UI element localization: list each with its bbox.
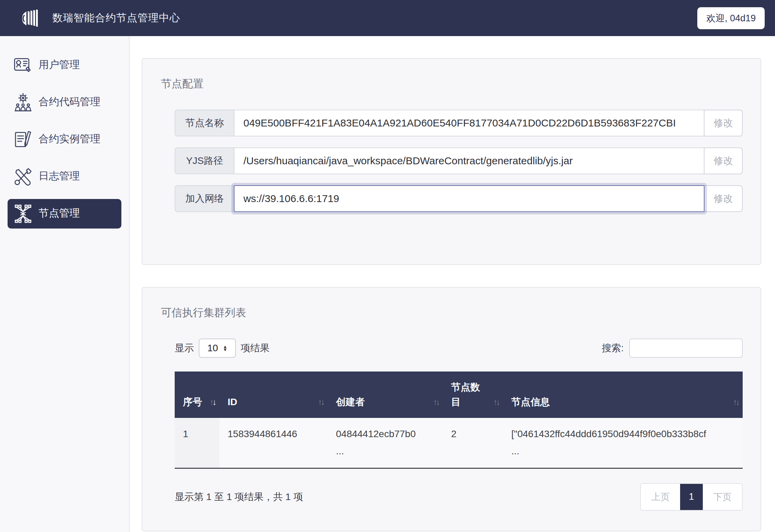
page-length-select[interactable]: 10	[199, 339, 236, 358]
prev-page-button[interactable]: 上页	[641, 484, 680, 510]
sidebar-item-label: 节点管理	[39, 207, 80, 219]
sidebar-item-label: 合约代码管理	[39, 96, 100, 107]
page-length-control: 显示 10 项结果	[175, 339, 270, 358]
node-management-icon	[12, 203, 34, 224]
page-length-prefix: 显示	[175, 342, 194, 355]
join-network-label: 加入网络	[175, 185, 234, 212]
cluster-table-wrapper: 序号 ID 创建者 节点数目 节点信息 1 1583944861446 0484…	[175, 372, 743, 469]
node-name-row: 节点名称 修改	[175, 110, 743, 136]
cell-node-info: ["0461432ffc44ddd61950d944f9f0e0b333b8cf…	[503, 418, 743, 468]
page-length-suffix: 项结果	[241, 342, 270, 355]
sidebar: 用户管理 合约代码管理	[0, 36, 130, 532]
join-network-input[interactable]	[234, 185, 705, 212]
search-input[interactable]	[629, 339, 743, 358]
column-header-creator[interactable]: 创建者	[328, 372, 443, 418]
sidebar-item-node-management[interactable]: 节点管理	[8, 199, 121, 229]
cluster-table: 序号 ID 创建者 节点数目 节点信息 1 1583944861446 0484…	[175, 372, 743, 469]
contract-code-icon	[12, 92, 34, 113]
yjs-path-label: YJS路径	[175, 147, 234, 174]
column-header-index[interactable]: 序号	[175, 372, 219, 418]
cell-node-count: 2	[443, 418, 503, 468]
app-logo-icon	[20, 7, 42, 29]
welcome-user-button[interactable]: 欢迎, 04d19	[697, 7, 765, 29]
next-page-button[interactable]: 下页	[703, 484, 742, 510]
node-name-input[interactable]	[234, 110, 705, 136]
sidebar-item-contract-code[interactable]: 合约代码管理	[8, 88, 121, 117]
main-content: 节点配置 节点名称 修改 YJS路径 修改 加入网络 修改 可信执行集群列表	[130, 36, 775, 532]
join-network-row: 加入网络 修改	[175, 185, 743, 212]
yjs-path-input[interactable]	[234, 147, 705, 174]
cell-index: 1	[175, 418, 219, 468]
column-header-id[interactable]: ID	[219, 372, 328, 418]
user-management-icon	[12, 55, 34, 76]
node-config-title: 节点配置	[161, 77, 743, 91]
top-navbar: 数瑞智能合约节点管理中心 欢迎, 04d19	[0, 0, 775, 36]
table-footer: 显示第 1 至 1 项结果，共 1 项 上页 1 下页	[175, 483, 743, 511]
sort-icon	[493, 396, 499, 408]
sidebar-item-label: 日志管理	[39, 170, 80, 181]
cell-creator: 04844412ecb77b0 ...	[328, 418, 443, 468]
yjs-path-row: YJS路径 修改	[175, 147, 743, 174]
sidebar-menu: 用户管理 合约代码管理	[0, 51, 129, 229]
table-search: 搜索:	[602, 339, 743, 358]
sort-icon	[210, 396, 215, 408]
table-row: 1 1583944861446 04844412ecb77b0 ... 2 ["…	[175, 418, 743, 468]
sort-icon	[433, 396, 439, 408]
app-title: 数瑞智能合约节点管理中心	[52, 11, 180, 25]
sidebar-item-contract-instance[interactable]: 合约实例管理	[8, 125, 121, 154]
table-controls: 显示 10 项结果 搜索:	[175, 339, 743, 358]
column-header-node-count[interactable]: 节点数目	[443, 372, 503, 418]
page-length-value: 10	[207, 343, 218, 354]
cluster-list-panel: 可信执行集群列表 显示 10 项结果 搜索:	[142, 287, 761, 531]
sidebar-item-user-management[interactable]: 用户管理	[8, 51, 121, 80]
cell-id: 1583944861446	[219, 418, 328, 468]
node-name-modify-button[interactable]: 修改	[704, 110, 743, 136]
contract-instance-icon	[12, 129, 34, 150]
join-network-modify-button[interactable]: 修改	[704, 185, 743, 212]
yjs-path-modify-button[interactable]: 修改	[704, 147, 743, 174]
search-label: 搜索:	[602, 342, 624, 355]
node-name-label: 节点名称	[175, 110, 234, 136]
sidebar-item-label: 合约实例管理	[39, 133, 100, 144]
cluster-list-title: 可信执行集群列表	[161, 306, 743, 320]
pagination: 上页 1 下页	[640, 483, 743, 511]
sidebar-item-log-management[interactable]: 日志管理	[8, 162, 121, 191]
current-page-button[interactable]: 1	[680, 484, 703, 510]
sort-icon	[318, 396, 324, 408]
select-arrows-icon	[223, 345, 227, 352]
table-header-row: 序号 ID 创建者 节点数目 节点信息	[175, 372, 743, 418]
sort-icon	[733, 396, 739, 408]
sidebar-item-label: 用户管理	[39, 59, 80, 70]
column-header-node-info[interactable]: 节点信息	[503, 372, 743, 418]
node-config-panel: 节点配置 节点名称 修改 YJS路径 修改 加入网络 修改	[142, 58, 761, 265]
log-management-icon	[12, 166, 34, 187]
table-info-text: 显示第 1 至 1 项结果，共 1 项	[175, 490, 303, 503]
